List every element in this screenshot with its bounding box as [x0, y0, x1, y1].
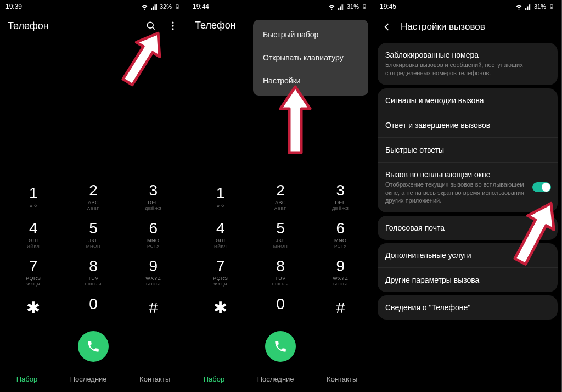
screen-dialer: 19:39 32% Телефон 1ᴏ ᴑ 2: [0, 0, 187, 392]
bottom-tabs: Набор Последние Контакты: [187, 367, 374, 392]
app-header: Телефон: [0, 13, 187, 38]
wifi-icon: [515, 3, 523, 10]
status-time: 19:39: [5, 3, 22, 10]
tab-recent[interactable]: Последние: [257, 375, 294, 383]
overflow-menu: Быстрый набор Открывать клавиатуру Настр…: [253, 20, 368, 96]
battery-pct: 32%: [160, 3, 172, 10]
key-0[interactable]: 0+: [63, 291, 123, 323]
status-right: 32%: [141, 3, 181, 10]
wifi-icon: [328, 3, 336, 10]
back-icon[interactable]: [381, 21, 393, 33]
bottom-tabs: Набор Последние Контакты: [0, 367, 187, 392]
battery-icon: [361, 3, 368, 10]
tab-dial[interactable]: Набор: [16, 375, 38, 383]
tab-contacts[interactable]: Контакты: [139, 375, 170, 383]
row-quick-replies[interactable]: Быстрые ответы: [378, 137, 558, 162]
key-5[interactable]: 5JKLМНОП: [63, 215, 123, 253]
key-star[interactable]: ✱: [190, 291, 250, 323]
svg-point-3: [147, 22, 153, 28]
status-time: 19:45: [380, 3, 396, 10]
svg-line-4: [153, 27, 155, 30]
key-hash[interactable]: #: [311, 291, 370, 323]
row-answer-end[interactable]: Ответ и завершение вызовов: [378, 113, 558, 137]
svg-rect-12: [551, 4, 553, 4]
battery-icon: [173, 3, 181, 10]
key-3[interactable]: 3DEFДЕЁЖЗ: [123, 177, 183, 215]
row-blocked-numbers[interactable]: Заблокированные номера Блокировка вызово…: [378, 43, 558, 85]
svg-point-7: [172, 28, 173, 30]
more-icon[interactable]: [167, 20, 179, 32]
key-star[interactable]: ✱: [3, 291, 63, 323]
key-1[interactable]: 1ᴏ ᴑ: [3, 177, 63, 215]
key-hash[interactable]: #: [123, 291, 183, 323]
key-8[interactable]: 8TUVШЩЪЫ: [63, 253, 123, 291]
signal-icon: [150, 3, 158, 10]
status-bar: 19:45 31%: [374, 0, 561, 13]
battery-icon: [548, 3, 555, 10]
key-4[interactable]: 4GHIИЙКЛ: [190, 215, 250, 253]
settings-header: Настройки вызовов: [374, 13, 561, 43]
battery-pct: 31%: [534, 3, 546, 10]
signal-icon: [525, 3, 532, 10]
menu-settings[interactable]: Настройки: [253, 69, 368, 92]
call-button[interactable]: [78, 331, 109, 362]
row-popup-call[interactable]: Вызов во всплывающем окне Отображение те…: [378, 162, 558, 213]
status-bar: 19:44 31%: [187, 0, 374, 13]
tab-dial[interactable]: Набор: [204, 375, 225, 383]
row-other-params[interactable]: Другие параметры вызова: [378, 267, 558, 292]
key-5[interactable]: 5JKLМНОП: [250, 215, 310, 253]
key-9[interactable]: 9WXYZЬЭЮЯ: [311, 253, 370, 291]
call-button[interactable]: [265, 331, 296, 362]
status-time: 19:44: [193, 3, 209, 10]
dial-area: 1ᴏ ᴑ 2ABCАБВГ 3DEFДЕЁЖЗ 4GHIИЙКЛ 5JKLМНО…: [0, 38, 187, 392]
settings-title: Настройки вызовов: [401, 21, 485, 32]
screen-settings: 19:45 31% Настройки вызовов Заблокирован…: [374, 0, 561, 392]
status-bar: 19:39 32%: [0, 0, 187, 13]
svg-rect-13: [551, 7, 553, 8]
key-2[interactable]: 2ABCАБВГ: [250, 177, 310, 215]
key-8[interactable]: 8TUVШЩЪЫ: [250, 253, 310, 291]
wifi-icon: [141, 3, 149, 10]
svg-rect-9: [364, 4, 366, 4]
key-6[interactable]: 6MNOРСТУ: [311, 215, 370, 253]
key-3[interactable]: 3DEFДЕЁЖЗ: [311, 177, 370, 215]
menu-open-keyboard[interactable]: Открывать клавиатуру: [253, 46, 368, 69]
svg-point-5: [172, 22, 173, 24]
menu-speed-dial[interactable]: Быстрый набор: [253, 23, 368, 46]
row-ringtones[interactable]: Сигналы и мелодии вызова: [378, 88, 558, 113]
svg-rect-10: [364, 7, 366, 8]
battery-pct: 31%: [347, 3, 359, 10]
key-7[interactable]: 7PQRSФХЦЧ: [190, 253, 250, 291]
key-7[interactable]: 7PQRSФХЦЧ: [3, 253, 63, 291]
svg-rect-1: [177, 4, 178, 4]
key-4[interactable]: 4GHIИЙКЛ: [3, 215, 63, 253]
svg-point-6: [172, 25, 173, 26]
dialpad: 1ᴏ ᴑ 2ABCАБВГ 3DEFДЕЁЖЗ 4GHIИЙКЛ 5JKLМНО…: [187, 177, 374, 323]
app-title: Телефон: [8, 20, 145, 32]
svg-rect-2: [177, 7, 178, 8]
row-extra-services[interactable]: Дополнительные услуги: [378, 243, 558, 267]
screen-menu: 19:44 31% Телефон Быстрый набор Открыват…: [187, 0, 374, 392]
key-9[interactable]: 9WXYZЬЭЮЯ: [123, 253, 183, 291]
status-right: 31%: [515, 3, 555, 10]
dialpad: 1ᴏ ᴑ 2ABCАБВГ 3DEFДЕЁЖЗ 4GHIИЙКЛ 5JKLМНО…: [0, 177, 187, 323]
key-2[interactable]: 2ABCАБВГ: [63, 177, 123, 215]
popup-call-toggle[interactable]: [532, 182, 551, 192]
row-voicemail[interactable]: Голосовая почта: [378, 216, 558, 240]
tab-contacts[interactable]: Контакты: [327, 375, 357, 383]
row-about-phone[interactable]: Сведения о "Телефоне": [378, 295, 558, 320]
key-0[interactable]: 0+: [250, 291, 310, 323]
status-right: 31%: [328, 3, 368, 10]
key-1[interactable]: 1ᴏ ᴑ: [190, 177, 250, 215]
settings-list: Заблокированные номера Блокировка вызово…: [374, 43, 561, 392]
tab-recent[interactable]: Последние: [70, 375, 107, 383]
key-6[interactable]: 6MNOРСТУ: [123, 215, 183, 253]
signal-icon: [338, 3, 345, 10]
search-icon[interactable]: [145, 20, 157, 32]
